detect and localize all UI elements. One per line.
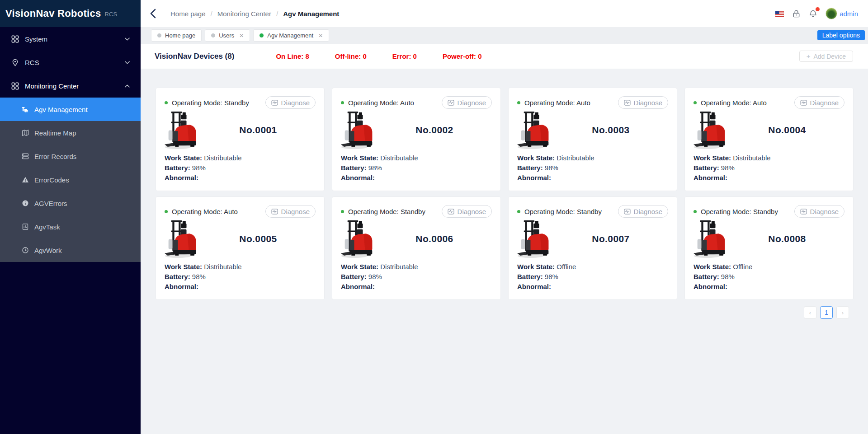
diagnose-monitor-icon <box>271 100 278 106</box>
user-menu[interactable]: admin <box>826 8 858 19</box>
add-device-button[interactable]: + Add Device <box>799 51 853 62</box>
abnormal: Abnormal: <box>165 282 316 292</box>
close-icon[interactable]: ✕ <box>318 33 323 38</box>
diagnose-button[interactable]: Diagnose <box>794 96 844 109</box>
breadcrumb-item-agv-management: Agv Management <box>283 10 339 18</box>
diagnose-monitor-icon <box>624 209 631 215</box>
work-state: Work State: Offline <box>693 262 844 272</box>
header-actions: admin <box>775 8 858 19</box>
sidebar-item-agvtask[interactable]: AgvTask <box>0 215 141 238</box>
pagination-next-button[interactable]: › <box>836 306 849 319</box>
online-status-dot <box>341 101 344 104</box>
operating-mode: Operating Mode: Auto <box>517 99 590 107</box>
sidebar-item-monitoring-center[interactable]: Monitoring Center <box>0 74 141 98</box>
diagnose-monitor-icon <box>624 100 631 106</box>
info-icon <box>22 200 29 207</box>
battery: Battery: 98% <box>341 163 492 173</box>
devices-count-title: VisionNav Devices (8) <box>155 52 234 61</box>
sidebar-item-system[interactable]: System <box>0 27 141 51</box>
tab-users[interactable]: Users✕ <box>205 29 250 42</box>
notifications-bell-icon[interactable] <box>809 9 817 18</box>
device-card-0008: Operating Mode: StandbyDiagnoseNo.0008Wo… <box>684 196 854 300</box>
diagnose-button[interactable]: Diagnose <box>442 96 492 109</box>
diagnose-button[interactable]: Diagnose <box>618 96 668 109</box>
device-number: No.0004 <box>730 125 844 135</box>
device-card-0003: Operating Mode: AutoDiagnoseNo.0003Work … <box>508 88 677 191</box>
agv-forklift-image <box>517 219 552 259</box>
pagination-page-1[interactable]: 1 <box>820 306 833 319</box>
diagnose-button[interactable]: Diagnose <box>618 205 668 218</box>
online-status-dot <box>693 210 697 213</box>
back-button[interactable] <box>147 8 159 19</box>
work-icon <box>22 247 29 254</box>
stat-off-line: Off-line: 0 <box>335 52 367 60</box>
work-state: Work State: Distributable <box>165 153 316 163</box>
device-card-0006: Operating Mode: StandbyDiagnoseNo.0006Wo… <box>332 196 501 300</box>
abnormal: Abnormal: <box>693 173 844 183</box>
agv-forklift-image <box>517 111 552 150</box>
sidebar: VisionNav Robotics RCS SystemRCSMonitori… <box>0 0 141 434</box>
operating-mode: Operating Mode: Auto <box>341 99 414 107</box>
battery: Battery: 98% <box>341 272 492 282</box>
diagnose-button[interactable]: Diagnose <box>265 96 316 109</box>
label-options-button[interactable]: Label options <box>817 30 865 40</box>
breadcrumb-item-home-page[interactable]: Home page <box>170 10 206 18</box>
agv-forklift-image <box>341 219 376 259</box>
close-icon[interactable]: ✕ <box>239 33 244 38</box>
records-icon <box>22 153 29 160</box>
map-icon <box>22 129 29 136</box>
diagnose-button[interactable]: Diagnose <box>265 205 316 218</box>
lock-icon[interactable] <box>792 9 801 18</box>
language-flag-icon[interactable] <box>775 11 784 17</box>
avatar[interactable] <box>826 8 837 19</box>
breadcrumb: Home page/Monitoring Center/Agv Manageme… <box>170 10 339 18</box>
operating-mode: Operating Mode: Auto <box>693 99 767 107</box>
sidebar-item-agv-management[interactable]: Agv Management <box>0 98 141 121</box>
sidebar-item-error-records[interactable]: Error Records <box>0 145 141 168</box>
work-state: Work State: Distributable <box>341 153 492 163</box>
work-state: Work State: Distributable <box>517 153 668 163</box>
monitoring-center-submenu: Agv ManagementRealtime MapError RecordsE… <box>0 98 141 262</box>
battery: Battery: 98% <box>165 272 316 282</box>
logo-badge: RCS <box>105 11 117 18</box>
device-details: Work State: DistributableBattery: 98%Abn… <box>693 153 844 183</box>
sidebar-item-agverrors[interactable]: AGVErrors <box>0 191 141 215</box>
device-card-0005: Operating Mode: AutoDiagnoseNo.0005Work … <box>156 196 325 300</box>
username[interactable]: admin <box>840 10 858 18</box>
device-details: Work State: DistributableBattery: 98%Abn… <box>517 153 668 183</box>
work-state: Work State: Distributable <box>341 262 492 272</box>
diagnose-monitor-icon <box>448 100 454 106</box>
battery: Battery: 98% <box>517 272 668 282</box>
device-number: No.0005 <box>201 233 316 244</box>
warning-icon <box>22 176 29 183</box>
pagination: ‹ 1 › <box>156 306 854 319</box>
agv-forklift-image <box>165 219 200 259</box>
abnormal: Abnormal: <box>693 282 844 292</box>
diagnose-monitor-icon <box>800 100 807 106</box>
tab-home-page[interactable]: Home page <box>151 29 202 42</box>
device-card-0002: Operating Mode: AutoDiagnoseNo.0002Work … <box>332 88 501 191</box>
sidebar-item-agvwork[interactable]: AgvWork <box>0 238 141 262</box>
pagination-prev-button[interactable]: ‹ <box>804 306 816 319</box>
diagnose-monitor-icon <box>271 209 278 215</box>
abnormal: Abnormal: <box>517 282 668 292</box>
breadcrumb-item-monitoring-center[interactable]: Monitoring Center <box>217 10 271 18</box>
diagnose-button[interactable]: Diagnose <box>794 205 844 218</box>
online-status-dot <box>165 101 168 104</box>
online-status-dot <box>517 101 520 104</box>
sidebar-item-rcs[interactable]: RCS <box>0 51 141 74</box>
tab-status-dot <box>157 33 161 37</box>
sidebar-item-realtime-map[interactable]: Realtime Map <box>0 121 141 145</box>
abnormal: Abnormal: <box>341 282 492 292</box>
diagnose-button[interactable]: Diagnose <box>442 205 492 218</box>
device-number: No.0003 <box>553 125 668 135</box>
device-card-0004: Operating Mode: AutoDiagnoseNo.0004Work … <box>684 88 854 191</box>
chevron-up-icon <box>125 84 130 88</box>
operating-mode: Operating Mode: Standby <box>517 208 602 215</box>
device-details: Work State: OfflineBattery: 98%Abnormal: <box>693 262 844 292</box>
device-card-grid: Operating Mode: StandbyDiagnoseNo.0001Wo… <box>156 88 854 300</box>
device-card-0007: Operating Mode: StandbyDiagnoseNo.0007Wo… <box>508 196 677 300</box>
tab-agv-management[interactable]: Agv Management✕ <box>253 29 329 42</box>
sidebar-item-errorcodes[interactable]: ErrorCodes <box>0 168 141 191</box>
logo: VisionNav Robotics RCS <box>0 0 141 27</box>
